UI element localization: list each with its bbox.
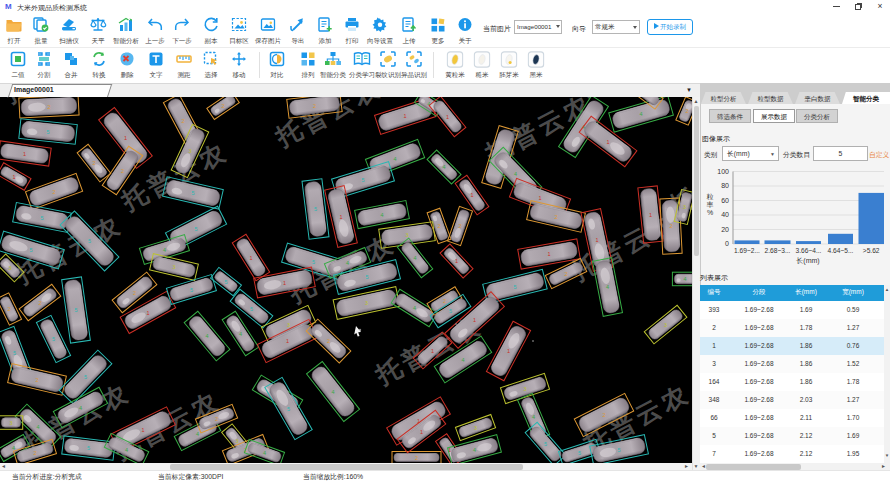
- svg-text:0: 0: [725, 240, 729, 247]
- svg-text:20: 20: [721, 226, 729, 233]
- svg-text:100: 100: [717, 168, 729, 175]
- svg-text:>5.62: >5.62: [863, 247, 880, 254]
- svg-text:60: 60: [721, 197, 729, 204]
- svg-text:3.66~4...: 3.66~4...: [796, 247, 822, 254]
- svg-text:80: 80: [721, 182, 729, 189]
- svg-text:率: 率: [707, 201, 714, 208]
- svg-text:40: 40: [721, 211, 729, 218]
- svg-text:2.68~3...: 2.68~3...: [765, 247, 791, 254]
- svg-text:4.64~5...: 4.64~5...: [828, 247, 854, 254]
- svg-text:%: %: [707, 209, 713, 216]
- svg-text:粒: 粒: [707, 193, 714, 200]
- svg-text:1.69~2...: 1.69~2...: [734, 247, 760, 254]
- svg-text:长(mm): 长(mm): [796, 257, 819, 265]
